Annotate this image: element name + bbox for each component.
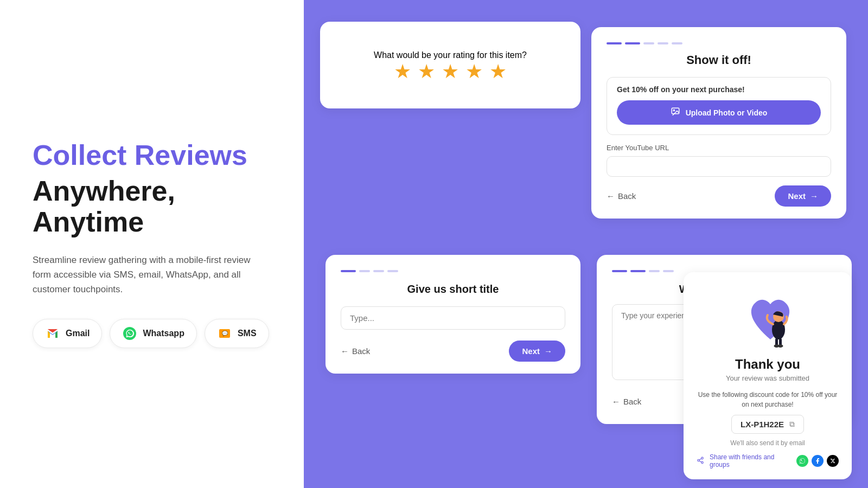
channel-buttons: Gmail Whatsapp 💬 SMS (33, 319, 271, 348)
dot-2-st (359, 270, 370, 272)
short-title-heading: Give us short title (341, 283, 565, 296)
send-email-text: We'll also send it by email (730, 439, 805, 447)
upload-button[interactable]: Upload Photo or Video (617, 100, 821, 125)
short-title-next-button[interactable]: Next → (509, 341, 565, 362)
show-off-back-button[interactable]: ← Back (607, 191, 636, 201)
gmail-label: Gmail (66, 329, 90, 338)
dot-1-wr (612, 270, 627, 272)
dot-5 (672, 42, 682, 44)
short-title-next-label: Next (522, 346, 540, 356)
discount-code-box: LX-P1H22E ⧉ (731, 415, 804, 434)
whatsapp-icon (122, 326, 137, 341)
thank-you-title: Thank you (735, 357, 800, 372)
svg-line-15 (699, 460, 701, 461)
star-rating[interactable]: ★ ★ ★ ★ ★ (394, 60, 507, 83)
svg-point-11 (778, 344, 783, 348)
svg-point-1 (123, 327, 136, 340)
sms-icon: 💬 (217, 326, 232, 341)
dot-4-st (387, 270, 398, 272)
thank-you-card: Thank you Your review was submitted Use … (684, 272, 852, 479)
dot-2-wr (630, 270, 646, 272)
short-title-card: Give us short title ← Back Next → (326, 255, 580, 374)
dot-3-wr (649, 270, 660, 272)
copy-icon[interactable]: ⧉ (789, 420, 795, 429)
star-5[interactable]: ★ (489, 60, 507, 83)
social-icons (796, 455, 839, 467)
x-share-icon[interactable] (827, 455, 839, 467)
star-2[interactable]: ★ (418, 60, 435, 83)
dot-4-wr (663, 270, 674, 272)
discount-text: Get 10% off on your next purchase! (617, 85, 821, 94)
left-panel: Collect Reviews Anywhere, Anytime Stream… (0, 0, 304, 488)
svg-point-13 (698, 459, 700, 461)
whatsapp-share-icon[interactable] (796, 455, 808, 467)
gmail-icon (45, 326, 60, 341)
dot-4 (658, 42, 668, 44)
show-off-footer: ← Back Next → (607, 185, 831, 207)
facebook-share-icon[interactable] (812, 455, 824, 467)
whatsapp-button[interactable]: Whatsapp (110, 319, 196, 348)
svg-line-16 (699, 458, 701, 459)
back-arrow-icon: ← (607, 191, 615, 201)
star-3[interactable]: ★ (442, 60, 459, 83)
discount-info: Use the following discount code for 10% … (697, 390, 839, 409)
dot-1 (607, 42, 622, 44)
short-title-step-dots (341, 270, 565, 272)
show-off-step-dots (607, 42, 831, 44)
show-off-next-label: Next (788, 191, 806, 201)
sms-button[interactable]: 💬 SMS (205, 319, 269, 348)
show-off-back-label: Back (618, 191, 636, 201)
rating-card: What would be your rating for this item?… (320, 22, 580, 108)
dot-3-st (373, 270, 384, 272)
show-off-title: Show it off! (607, 53, 831, 67)
share-row: Share with friends and groups (697, 453, 839, 468)
svg-point-12 (701, 457, 704, 459)
next-arrow-icon: → (810, 191, 818, 201)
star-1[interactable]: ★ (394, 60, 411, 83)
youtube-input[interactable] (607, 156, 831, 177)
youtube-label: Enter YouTube URL (607, 144, 831, 152)
thank-you-illustration (741, 285, 795, 350)
back-icon-st: ← (341, 346, 349, 356)
collect-reviews-title: Collect Reviews (33, 140, 271, 171)
write-review-back-button[interactable]: ← Back (612, 397, 641, 406)
dot-1-st (341, 270, 356, 272)
next-icon-st: → (544, 346, 552, 356)
rating-question: What would be your rating for this item? (374, 50, 527, 60)
show-off-card-container: Show it off! Get 10% off on your next pu… (586, 16, 852, 244)
short-title-card-container: Give us short title ← Back Next → (320, 244, 586, 472)
short-title-footer: ← Back Next → (341, 341, 565, 362)
svg-point-5 (673, 110, 674, 111)
back-icon-wr: ← (612, 397, 620, 406)
right-panel: What would be your rating for this item?… (304, 0, 868, 488)
sms-label: SMS (238, 329, 257, 338)
whatsapp-label: Whatsapp (143, 329, 184, 338)
submitted-text: Your review was submitted (726, 374, 809, 382)
share-icon (697, 457, 704, 466)
svg-point-6 (772, 320, 785, 339)
write-review-back-label: Back (623, 397, 641, 406)
anywhere-title: Anywhere, (33, 176, 271, 207)
upload-icon (671, 107, 680, 118)
dot-2 (625, 42, 640, 44)
dot-3 (643, 42, 654, 44)
short-title-input[interactable] (341, 306, 565, 330)
share-label: Share with friends and groups (710, 453, 791, 468)
show-off-card: Show it off! Get 10% off on your next pu… (591, 27, 846, 219)
svg-text:💬: 💬 (221, 330, 228, 336)
show-off-next-button[interactable]: Next → (775, 185, 831, 207)
upload-label: Upload Photo or Video (686, 108, 768, 117)
gmail-button[interactable]: Gmail (33, 319, 102, 348)
discount-code: LX-P1H22E (741, 420, 784, 429)
anytime-title: Anytime (33, 207, 271, 237)
description-text: Streamline review gathering with a mobil… (33, 253, 260, 297)
rating-card-container: What would be your rating for this item?… (320, 16, 586, 244)
star-4[interactable]: ★ (465, 60, 483, 83)
short-title-back-label: Back (352, 346, 370, 356)
short-title-back-button[interactable]: ← Back (341, 346, 370, 356)
discount-box: Get 10% off on your next purchase! Uploa… (607, 77, 831, 135)
svg-point-14 (701, 461, 704, 464)
